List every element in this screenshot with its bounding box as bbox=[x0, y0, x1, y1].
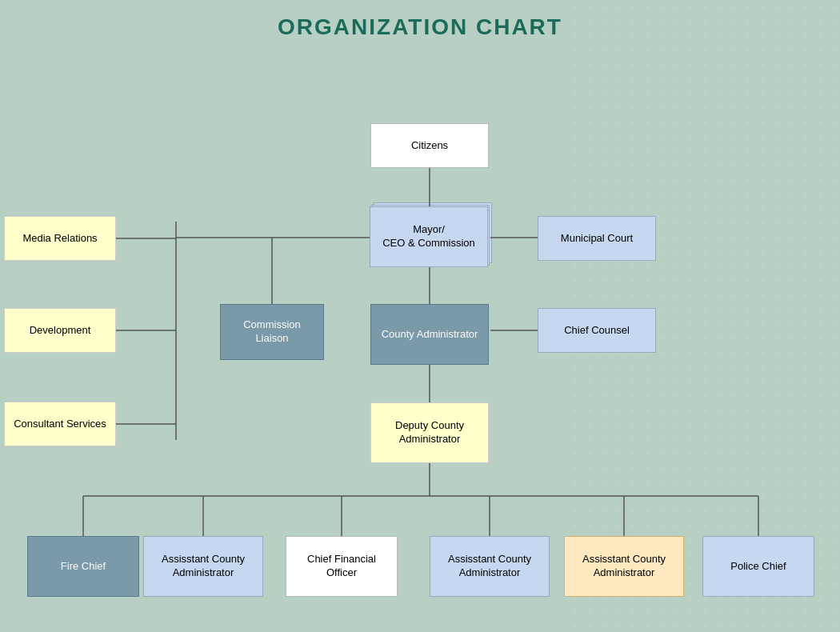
mayor-card-front: Mayor/CEO & Commission bbox=[370, 206, 488, 267]
assistant-county-admin-1-box: Assisstant County Administrator bbox=[143, 536, 263, 597]
chart-area: Citizens Mayor/CEO & Commission Media Re… bbox=[0, 40, 840, 624]
chief-financial-officer-box: Chief Financial Officer bbox=[286, 536, 398, 597]
municipal-court-box: Municipal Court bbox=[538, 216, 656, 261]
development-box: Development bbox=[4, 308, 116, 353]
police-chief-box: Police Chief bbox=[702, 536, 814, 597]
chief-counsel-box: Chief Counsel bbox=[538, 308, 656, 353]
assistant-county-admin-2-box: Assisstant County Administrator bbox=[430, 536, 550, 597]
page-title: ORGANIZATION CHART bbox=[0, 0, 840, 40]
commission-liaison-box: Commission Liaison bbox=[220, 304, 324, 360]
fire-chief-box: Fire Chief bbox=[27, 536, 139, 597]
deputy-county-admin-box: Deputy County Administrator bbox=[370, 402, 489, 463]
consultant-services-box: Consultant Services bbox=[4, 402, 116, 446]
county-administrator-box: County Administrator bbox=[370, 304, 489, 365]
assistant-county-admin-3-box: Assisstant County Administrator bbox=[564, 536, 684, 597]
media-relations-box: Media Relations bbox=[4, 216, 116, 261]
citizens-box: Citizens bbox=[370, 123, 489, 168]
